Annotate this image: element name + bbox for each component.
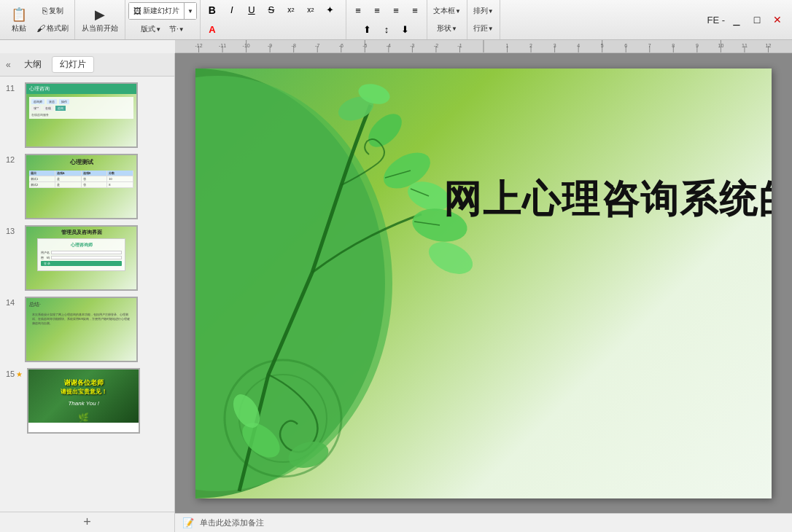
slide-thumb-13[interactable]: 管理员及咨询界面 心理咨询师 用户名 密 码 登 录 <box>25 225 138 291</box>
slide-thumb-14[interactable]: 总结· 本次系统设计实现了网上心理咨询的基本功能，包括用户注册登录、心理测试、在… <box>25 297 138 362</box>
align-top-button[interactable]: ⬆ <box>359 20 376 38</box>
play-icon: ▶ <box>95 7 105 23</box>
svg-text:8: 8 <box>672 43 675 48</box>
new-slide-main[interactable]: 🖼 新建幻灯片 <box>128 2 184 20</box>
align-left-button[interactable]: ≡ <box>349 1 367 19</box>
add-slide-button[interactable]: + <box>0 512 174 532</box>
underline-button[interactable]: U <box>243 1 260 19</box>
status-note-text[interactable]: 单击此处添加备注 <box>200 517 264 528</box>
sidebar-tabs: « 大纲 幻灯片 <box>0 53 174 77</box>
slide-number-12: 12 <box>6 154 20 164</box>
paste-label: 粘贴 <box>12 23 26 34</box>
align-right-button[interactable]: ≡ <box>387 1 405 19</box>
format-painter-icon: 🖌 <box>36 23 45 34</box>
font-color-button[interactable]: A <box>203 21 221 39</box>
svg-text:-11: -11 <box>219 43 226 48</box>
align-middle-button[interactable]: ↕ <box>378 20 395 38</box>
arrange-label: 排列 <box>473 6 488 16</box>
paste-button[interactable]: 📋 粘贴 <box>6 2 32 37</box>
slide-item-11[interactable]: 11 心理咨询 咨询师状态操作 张**在线咨询 在线咨询服务 <box>0 79 174 151</box>
align-bottom-button[interactable]: ⬇ <box>397 20 414 38</box>
new-slide-arrow[interactable]: ▼ <box>184 2 197 20</box>
paste-icon: 📋 <box>11 7 27 23</box>
italic-button[interactable]: I <box>223 1 241 19</box>
section-label: 节· <box>169 24 179 34</box>
slide-thumb-11[interactable]: 心理咨询 咨询师状态操作 张**在线咨询 在线咨询服务 <box>25 82 138 148</box>
start-slideshow-button[interactable]: ▶ 从当前开始 <box>78 2 122 37</box>
svg-text:-10: -10 <box>243 43 250 48</box>
shape-arrow: ▼ <box>451 26 457 32</box>
slide-item-15[interactable]: 15 ★ 谢谢各位老师 请提出宝贵意见！ Thank You ! 🌿 <box>0 365 174 437</box>
tab-slides[interactable]: 幻灯片 <box>52 56 94 73</box>
slide-thumb-15[interactable]: 谢谢各位老师 请提出宝贵意见！ Thank You ! 🌿 <box>27 368 140 434</box>
line-spacing-label: 行距 <box>473 23 488 34</box>
svg-text:-4: -4 <box>387 43 391 48</box>
add-icon: + <box>83 515 91 530</box>
slide-number-14: 14 <box>6 297 20 307</box>
alignment-group: ≡ ≡ ≡ ≡ ⬆ ↕ ⬇ <box>346 0 427 39</box>
vine-decoration <box>195 69 473 498</box>
tab-outline[interactable]: 大纲 <box>17 57 49 72</box>
ruler: -12-11-10-9-8-7-6-5-4-3-2-11234567891011… <box>175 40 792 53</box>
slide-title[interactable]: 网上心理咨询系统的设计与 <box>443 174 772 225</box>
collapse-sidebar-button[interactable]: « <box>6 60 11 70</box>
minimize-button[interactable]: _ <box>728 11 745 28</box>
subscript-button[interactable]: x2 <box>302 1 319 19</box>
maximize-button[interactable]: □ <box>748 11 766 28</box>
slide-item-12[interactable]: 12 心理测试 题目 选项A 选项B 分数 <box>0 151 174 222</box>
svg-text:5: 5 <box>601 43 604 48</box>
ruler-svg: -12-11-10-9-8-7-6-5-4-3-2-11234567891011… <box>175 40 792 52</box>
shape-button[interactable]: 形状 ▼ <box>434 20 460 36</box>
layout-arrow: ▼ <box>155 26 161 33</box>
svg-text:-5: -5 <box>362 43 367 48</box>
slides-panel: 11 心理咨询 咨询师状态操作 张**在线咨询 在线咨询服务 <box>0 77 174 512</box>
line-spacing-arrow: ▼ <box>488 26 494 32</box>
superscript-button[interactable]: x2 <box>282 1 300 19</box>
arrange-arrow: ▼ <box>488 8 494 15</box>
svg-text:-8: -8 <box>292 43 296 48</box>
strikethrough-button[interactable]: S <box>263 1 280 19</box>
justify-button[interactable]: ≡ <box>406 1 424 19</box>
shape-label: 形状 <box>437 23 451 34</box>
star-icon: ★ <box>16 370 23 378</box>
slide-number-15: 15 ★ <box>6 368 23 378</box>
insert-group: 文本框 ▼ 形状 ▼ <box>427 0 467 39</box>
slide-thumb-12[interactable]: 心理测试 题目 选项A 选项B 分数 测试1 是 否 <box>25 154 138 219</box>
slide-item-14[interactable]: 14 总结· 本次系统设计实现了网上心理咨询的基本功能，包括用户注册登录、心理测… <box>0 294 174 365</box>
layout-label: 版式 <box>141 24 155 34</box>
slide-canvas-area[interactable]: 网上心理咨询系统的设计与 <box>175 53 792 513</box>
new-slide-label: 新建幻灯片 <box>143 6 179 16</box>
svg-point-61 <box>424 235 473 280</box>
close-button[interactable]: ✕ <box>769 11 786 28</box>
line-spacing-button[interactable]: 行距 ▼ <box>470 20 497 36</box>
slide-canvas[interactable]: 网上心理咨询系统的设计与 <box>195 69 772 498</box>
new-slide-icon: 🖼 <box>133 7 141 15</box>
svg-text:6: 6 <box>624 43 627 48</box>
section-arrow: ▼ <box>179 26 185 33</box>
layout-button[interactable]: 版式 ▼ <box>138 21 164 37</box>
svg-text:1: 1 <box>506 43 509 48</box>
slide-number-13: 13 <box>6 225 20 235</box>
svg-text:4: 4 <box>577 43 580 48</box>
slide-item-13[interactable]: 13 管理员及咨询界面 心理咨询师 用户名 密 码 <box>0 222 174 294</box>
arrange-button[interactable]: 排列 ▼ <box>470 3 497 19</box>
toolbar-row1: 📋 粘贴 ⎘ 复制 🖌 格式刷 ▶ 从当前开始 🖼 新建幻灯片 <box>0 0 792 40</box>
slideshow-group: ▶ 从当前开始 <box>75 0 125 39</box>
new-slide-group: 🖼 新建幻灯片 ▼ 版式 ▼ 节· ▼ <box>125 0 201 39</box>
text-box-label: 文本框 <box>433 6 455 16</box>
format-painter-button[interactable]: 🖌 格式刷 <box>34 20 71 36</box>
svg-text:11: 11 <box>742 43 748 48</box>
section-button[interactable]: 节· ▼ <box>166 21 187 37</box>
arrange-group: 排列 ▼ 行距 ▼ <box>467 0 500 39</box>
svg-text:-12: -12 <box>195 43 202 48</box>
sidebar: « 大纲 幻灯片 11 心理咨询 咨询师状态操作 张**在线咨询 在线咨询服务 <box>0 53 175 532</box>
text-box-button[interactable]: 文本框 ▼ <box>430 3 464 19</box>
paste-group: 📋 粘贴 ⎘ 复制 🖌 格式刷 <box>3 0 75 39</box>
copy-button[interactable]: ⎘ 复制 <box>34 3 71 19</box>
new-slide-split-button[interactable]: 🖼 新建幻灯片 ▼ <box>128 2 197 20</box>
bold-button[interactable]: B <box>203 1 221 19</box>
copy-label: 复制 <box>49 6 63 16</box>
text-effect-button[interactable]: ✦ <box>322 1 339 19</box>
align-center-button[interactable]: ≡ <box>368 1 386 19</box>
svg-text:9: 9 <box>696 43 699 48</box>
